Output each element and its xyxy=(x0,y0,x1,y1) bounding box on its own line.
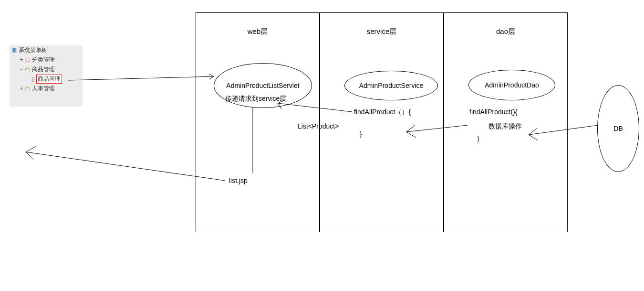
service-ellipse: AdminProductService xyxy=(344,71,438,100)
tree-item-label: 人事管理 xyxy=(32,85,55,93)
layer-service-title: service层 xyxy=(320,27,443,36)
tree-panel: ▣ 系统菜单树 + 🗀 分类管理 - 🗀 商品管理 ▯ 商品管理 + 🗀 人事管… xyxy=(10,45,83,107)
dao-find-text: findAllProduct(){ xyxy=(469,108,517,116)
arrow-tree-to-servlet xyxy=(68,74,214,80)
tree-item-label: 商品管理 xyxy=(32,65,55,74)
svg-line-0 xyxy=(68,76,214,80)
tree-item-label: 分类管理 xyxy=(32,56,55,64)
service-find-text: findAllProduct（）{ xyxy=(354,108,411,117)
dao-label: AdminProductDao xyxy=(485,81,539,89)
folder-icon: 🗀 xyxy=(25,66,31,73)
folder-icon: 🗀 xyxy=(25,56,31,63)
service-label: AdminProductService xyxy=(359,82,424,89)
db-ellipse: DB xyxy=(597,85,639,172)
layer-dao-title: dao层 xyxy=(444,27,567,36)
collapse-icon[interactable]: - xyxy=(18,66,25,73)
document-icon: ▯ xyxy=(31,75,35,82)
tree-root[interactable]: ▣ 系统菜单树 xyxy=(10,45,83,55)
service-close-text: } xyxy=(360,130,362,138)
expand-icon[interactable]: + xyxy=(18,56,25,63)
db-op-text: 数据库操作 xyxy=(488,122,522,131)
list-return-text: List<Product> xyxy=(298,122,339,130)
list-jsp-text: list.jsp xyxy=(229,177,248,184)
servlet-label: AdminProductListServlet xyxy=(226,82,299,89)
folder-icon: 🗀 xyxy=(25,85,31,92)
servlet-note-text: 传递请求到service层 xyxy=(225,95,286,103)
tree-item-category[interactable]: + 🗀 分类管理 xyxy=(10,55,83,65)
tree-item-product[interactable]: - 🗀 商品管理 xyxy=(10,65,83,74)
expand-icon[interactable]: + xyxy=(18,85,25,92)
tree-item-hr[interactable]: + 🗀 人事管理 xyxy=(10,84,83,93)
tree-item-product-child[interactable]: ▯ 商品管理 xyxy=(10,74,83,84)
db-label: DB xyxy=(613,125,623,132)
layer-web-title: web层 xyxy=(196,27,319,36)
tree-root-label: 系统菜单树 xyxy=(19,46,47,54)
dao-close-text: } xyxy=(477,135,479,142)
computer-icon: ▣ xyxy=(11,47,17,54)
dao-ellipse: AdminProductDao xyxy=(468,70,555,100)
tree-item-selected-label: 商品管理 xyxy=(36,75,62,84)
diagram-stage: ▣ 系统菜单树 + 🗀 分类管理 - 🗀 商品管理 ▯ 商品管理 + 🗀 人事管… xyxy=(0,0,644,291)
